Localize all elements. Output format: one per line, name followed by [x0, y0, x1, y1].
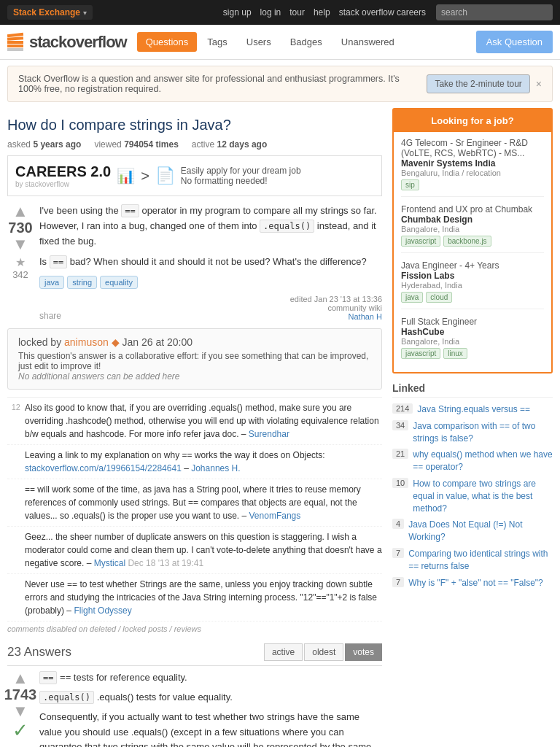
comment-body-3: == will work some of the time, as java h… [25, 483, 382, 522]
job-tag-js[interactable]: javascript [401, 236, 440, 247]
job-location-4: Bangalore, India [401, 337, 544, 346]
linked-link-6[interactable]: Comparing two identical strings with == … [408, 548, 553, 573]
search-input[interactable] [436, 4, 553, 20]
bookmark-button[interactable]: ★ [15, 255, 26, 269]
main-nav: Questions Tags Users Badges Unanswered [137, 32, 403, 52]
se-dropdown-arrow: ▾ [83, 9, 87, 17]
nav-unanswered[interactable]: Unanswered [332, 32, 403, 52]
help-link[interactable]: help [314, 7, 330, 18]
linked-title: Linked [392, 382, 553, 398]
comment-user-3[interactable]: VenomFangs [249, 511, 301, 521]
job-item-2: Frontend and UX pro at Chumbak Chumbak D… [401, 204, 544, 253]
comment-body-5: Never use == to test whether Strings are… [25, 578, 382, 617]
job-tag-backbone[interactable]: backbone.js [443, 236, 491, 247]
login-link[interactable]: log in [260, 7, 281, 18]
sort-active[interactable]: active [264, 643, 303, 661]
locker-link[interactable]: animuson ◆ [64, 336, 120, 348]
topbar: Stack Exchange ▾ sign up log in tour hel… [0, 0, 560, 25]
job-tag-sip[interactable]: sip [401, 179, 419, 190]
stackexchange-logo[interactable]: Stack Exchange ▾ [7, 5, 93, 20]
question-title: How do I compare strings in Java? [7, 117, 382, 133]
viewed-meta: viewed 794054 times [94, 139, 178, 150]
comment-vote-2 [7, 449, 20, 475]
accepted-checkmark: ✓ [12, 719, 28, 742]
linked-item-6: 7 Comparing two identical strings with =… [392, 548, 553, 573]
job-tag-js2[interactable]: javascript [401, 348, 440, 359]
job-tag-java[interactable]: java [401, 292, 423, 303]
share-link[interactable]: share [39, 311, 61, 321]
comment-vote-1: 12 [7, 401, 20, 441]
topbar-nav: sign up log in tour help stack overflow … [223, 7, 426, 18]
comment-user-5[interactable]: Flight Odyssey [74, 605, 131, 616]
se-logo-text: Stack Exchange [13, 7, 80, 18]
locked-body: This question's answer is a collaborativ… [18, 351, 371, 371]
linked-score-4: 10 [392, 478, 408, 488]
equals-code: .equals() [260, 220, 314, 233]
linked-link-4[interactable]: How to compare two strings are equal in … [413, 478, 553, 514]
careers-logo: CAREERS 2.0by stackoverflow [15, 163, 111, 188]
linked-link-3[interactable]: why equals() method when we have == oper… [413, 449, 553, 473]
comment-user-2[interactable]: Johannes H. [191, 463, 240, 473]
careers-link[interactable]: stack overflow careers [339, 7, 426, 18]
ask-question-button[interactable]: Ask Question [476, 31, 553, 53]
tour-link[interactable]: tour [289, 7, 305, 18]
answer-line-2: .equals() .equals() tests for value equa… [39, 690, 382, 705]
sort-oldest[interactable]: oldest [304, 643, 343, 661]
answers-count: 23 Answers [7, 645, 71, 659]
linked-link-2[interactable]: Java comparison with == of two strings i… [413, 420, 553, 445]
answers-tabs: 23 Answers active oldest votes [7, 643, 382, 666]
job-title-1: 4G Telecom - Sr Engineer - R&D (VoLTE, R… [401, 138, 544, 158]
asked-meta: asked 5 years ago [7, 139, 81, 150]
job-title-4: Full Stack Engineer [401, 317, 544, 327]
equals-method-code: .equals() [39, 691, 94, 704]
job-tag-cloud[interactable]: cloud [426, 292, 452, 303]
edit-info: edited Jan 23 '13 at 13:36 community wik… [290, 295, 382, 321]
vote-up-button[interactable]: ▲ [12, 204, 28, 220]
banner-close-button[interactable]: × [536, 78, 542, 90]
answer-vote-down[interactable]: ▼ [12, 703, 28, 719]
sort-votes[interactable]: votes [345, 643, 382, 661]
question-meta: asked 5 years ago viewed 794054 times ac… [7, 139, 382, 150]
linked-link-5[interactable]: Java Does Not Equal (!=) Not Working? [408, 519, 553, 543]
locked-header: locked by animuson ◆ Jan 26 at 20:00 [18, 336, 371, 348]
comment-user-4[interactable]: Mystical [94, 558, 125, 568]
job-title-2: Frontend and UX pro at Chumbak [401, 204, 544, 214]
job-tags-3: java cloud [401, 292, 544, 303]
job-tag-linux[interactable]: linux [443, 348, 467, 359]
tag-java[interactable]: java [39, 276, 64, 289]
job-company-3: Fission Labs [401, 271, 544, 281]
comment-link-2[interactable]: stackoverflow.com/a/19966154/2284641 [25, 463, 182, 473]
comment-1: 12 Also its good to know that, if you ar… [7, 398, 382, 445]
linked-link-7[interactable]: Why is "F" + "alse" not == "False"? [408, 577, 543, 589]
linked-score-5: 4 [392, 519, 404, 529]
nav-badges[interactable]: Badges [281, 32, 331, 52]
comment-user-1[interactable]: Surendhar [249, 429, 289, 439]
nav-tags[interactable]: Tags [198, 32, 236, 52]
comment-vote-5 [7, 578, 20, 617]
job-tags-4: javascript linux [401, 348, 544, 359]
vote-down-button[interactable]: ▼ [12, 236, 28, 252]
answer-vote-up[interactable]: ▲ [12, 670, 28, 686]
linked-score-7: 7 [392, 577, 404, 587]
author-link[interactable]: Nathan H [349, 312, 382, 321]
nav-users[interactable]: Users [238, 32, 280, 52]
linked-section: Linked 214 Java String.equals versus == … [392, 382, 553, 589]
comment-body-1: Also its good to know that, if you are o… [25, 401, 382, 441]
eq-op-code: == [39, 671, 57, 684]
answer-body: == == tests for reference equality. .equ… [39, 670, 382, 747]
vote-count: 730 [8, 220, 32, 236]
locked-notice-text: No additional answers can be added here [18, 371, 179, 382]
take-tour-button[interactable]: Take the 2-minute tour [427, 74, 529, 93]
linked-score-1: 214 [392, 403, 413, 414]
tag-string[interactable]: string [67, 276, 97, 289]
job-company-4: HashCube [401, 327, 544, 337]
comment-3: == will work some of the time, as java h… [7, 479, 382, 527]
site-header: stackoverflow Questions Tags Users Badge… [0, 25, 560, 60]
sidebar: Looking for a job? 4G Telecom - Sr Engin… [392, 108, 553, 747]
tag-equality[interactable]: equality [100, 276, 138, 289]
comment-2: Leaving a link to my explanation on why … [7, 445, 382, 479]
linked-link-1[interactable]: Java String.equals versus == [417, 403, 530, 416]
nav-questions[interactable]: Questions [137, 32, 198, 52]
logo-text: stackoverflow [29, 33, 127, 52]
signup-link[interactable]: sign up [223, 7, 252, 18]
